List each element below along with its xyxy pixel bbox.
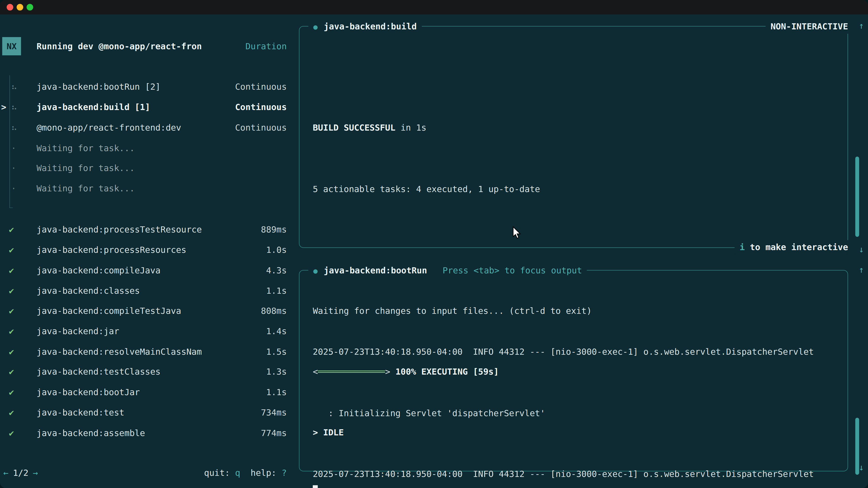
checkmark-icon: ✔ xyxy=(9,326,14,336)
task-duration: 889ms xyxy=(261,225,287,235)
bootrun-output-panel[interactable]: ● java-backend:bootRun Press <tab> to fo… xyxy=(299,270,848,471)
task-label: java-backend:test xyxy=(37,408,125,418)
task-row-waiting: · Waiting for task... xyxy=(0,158,293,178)
zoom-button[interactable] xyxy=(27,4,33,10)
bootrun-scrollbar-thumb[interactable] xyxy=(855,418,859,475)
checkmark-icon: ✔ xyxy=(9,428,14,438)
sidebar-header: Running dev @mono-app/react-fron Duratio… xyxy=(0,37,293,57)
task-label: Waiting for task... xyxy=(37,143,135,153)
scroll-up-icon: ↑ xyxy=(856,265,867,276)
interactive-hint-text: to make interactive xyxy=(745,242,848,252)
status-dot-icon: ● xyxy=(313,22,318,31)
run-title: Running dev @mono-app/react-fron xyxy=(37,41,202,52)
completed-task-row[interactable]: ✔ java-backend:processResources 1.0s xyxy=(0,240,293,260)
task-label: java-backend:processTestResource xyxy=(37,225,202,235)
task-label: java-backend:bootJar xyxy=(37,387,140,397)
task-duration: 734ms xyxy=(261,408,287,418)
spinner-icon: ⠦ xyxy=(11,123,18,133)
completed-task-row[interactable]: ✔ java-backend:compileTestJava 808ms xyxy=(0,301,293,321)
completed-task-row[interactable]: ✔ java-backend:resolveMainClassNam 1.5s xyxy=(0,341,293,362)
task-label: java-backend:processResources xyxy=(37,245,186,255)
completed-task-row[interactable]: ✔ java-backend:test 734ms xyxy=(0,402,293,423)
task-label: java-backend:build [1] xyxy=(37,102,150,112)
task-duration: 808ms xyxy=(261,306,287,316)
completed-task-row[interactable]: ✔ java-backend:jar 1.4s xyxy=(0,321,293,341)
completed-task-row[interactable]: ✔ java-backend:compileJava 4.3s xyxy=(0,260,293,281)
task-status: Continuous xyxy=(235,82,287,92)
task-label: java-backend:testClasses xyxy=(37,367,160,377)
task-tree-guide-foot xyxy=(9,207,13,208)
task-label: @mono-app/react-frontend:dev xyxy=(37,123,181,133)
quit-label: quit: xyxy=(204,468,235,478)
window-titlebar[interactable] xyxy=(0,0,868,14)
task-label: java-backend:classes xyxy=(37,286,140,296)
task-duration: 1.1s xyxy=(266,286,287,296)
duration-column-header: Duration xyxy=(246,41,287,52)
completed-task-list: ✔ java-backend:processTestResource 889ms… xyxy=(0,220,293,443)
running-task-list: ⠦ java-backend:bootRun [2] Continuous > … xyxy=(0,77,293,199)
task-duration: 774ms xyxy=(261,428,287,438)
bullet-icon: · xyxy=(11,163,16,173)
mouse-cursor xyxy=(513,226,522,240)
focus-output-hint: Press <tab> to focus output xyxy=(442,266,582,275)
task-duration: 1.1s xyxy=(266,387,287,397)
task-duration: 4.3s xyxy=(266,265,287,275)
sidebar-footer: ← 1/2 → quit: q help: ? xyxy=(0,462,293,483)
task-label: java-backend:resolveMainClassNam xyxy=(37,347,202,357)
build-success-line: BUILD SUCCESSFUL in 1s xyxy=(313,118,842,138)
task-label: java-backend:compileTestJava xyxy=(37,306,181,316)
task-duration: 1.0s xyxy=(266,245,287,255)
non-interactive-badge: NON-INTERACTIVE xyxy=(766,20,848,34)
help-key: ? xyxy=(282,468,287,478)
minimize-button[interactable] xyxy=(17,4,23,10)
bootrun-terminal-output[interactable]: 2025-07-23T13:40:18.950-04:00 INFO 44312… xyxy=(313,302,842,488)
bootrun-panel-title: ● java-backend:bootRun Press <tab> to fo… xyxy=(308,263,587,278)
build-panel-title: ● java-backend:build xyxy=(308,20,422,34)
checkmark-icon: ✔ xyxy=(9,245,14,255)
task-row-bootrun[interactable]: ⠦ java-backend:bootRun [2] Continuous xyxy=(0,77,293,97)
completed-task-row[interactable]: ✔ java-backend:assemble 774ms xyxy=(0,423,293,443)
checkmark-icon: ✔ xyxy=(9,387,14,397)
bullet-icon: · xyxy=(11,143,16,153)
checkmark-icon: ✔ xyxy=(9,265,14,275)
task-row-frontend-dev[interactable]: ⠦ @mono-app/react-frontend:dev Continuou… xyxy=(0,118,293,138)
task-label: java-backend:assemble xyxy=(37,428,145,438)
scroll-up-icon: ↑ xyxy=(856,21,867,32)
terminal-window: NX Running dev @mono-app/react-fron Dura… xyxy=(0,0,868,488)
task-label: java-backend:bootRun [2] xyxy=(37,82,160,92)
task-status: Continuous xyxy=(235,123,287,133)
task-row-build-selected[interactable]: > ⠦ java-backend:build [1] Continuous xyxy=(0,97,293,118)
quit-key: q xyxy=(235,468,240,478)
help-label: help: xyxy=(240,468,282,478)
build-output-panel: ● java-backend:build NON-INTERACTIVE BUI… xyxy=(299,26,848,248)
selection-arrow-icon: > xyxy=(1,102,6,112)
log-line: : Initializing Servlet 'dispatcherServle… xyxy=(313,403,842,423)
completed-task-row[interactable]: ✔ java-backend:bootJar 1.1s xyxy=(0,382,293,402)
status-dot-icon: ● xyxy=(313,266,318,275)
page-indicator: 1/2 xyxy=(8,468,33,478)
task-label: Waiting for task... xyxy=(37,184,135,194)
task-row-waiting: · Waiting for task... xyxy=(0,138,293,158)
build-panel-name: java-backend:build xyxy=(324,22,416,32)
checkmark-icon: ✔ xyxy=(9,367,14,377)
completed-task-row[interactable]: ✔ java-backend:processTestResource 889ms xyxy=(0,220,293,240)
completed-task-row[interactable]: ✔ java-backend:classes 1.1s xyxy=(0,281,293,301)
task-duration: 1.4s xyxy=(266,326,287,336)
page-prev-arrow[interactable]: ← xyxy=(3,468,8,478)
page-next-arrow[interactable]: → xyxy=(33,468,38,478)
scroll-down-icon: ↓ xyxy=(856,245,867,256)
spinner-icon: ⠦ xyxy=(11,102,18,112)
screen: NX Running dev @mono-app/react-fron Dura… xyxy=(0,0,868,488)
task-label: java-backend:jar xyxy=(37,326,119,336)
keyboard-hints: quit: q help: ? xyxy=(204,468,287,478)
bullet-icon: · xyxy=(11,184,16,194)
task-status: Continuous xyxy=(235,102,287,112)
completed-task-row[interactable]: ✔ java-backend:testClasses 1.3s xyxy=(0,362,293,382)
checkmark-icon: ✔ xyxy=(9,408,14,418)
checkmark-icon: ✔ xyxy=(9,306,14,316)
interactive-hint-key: i xyxy=(740,242,745,252)
build-scrollbar-thumb[interactable] xyxy=(855,157,859,237)
log-line: 2025-07-23T13:40:18.950-04:00 INFO 44312… xyxy=(313,464,842,484)
spinner-icon: ⠦ xyxy=(11,82,18,92)
close-button[interactable] xyxy=(6,4,13,10)
